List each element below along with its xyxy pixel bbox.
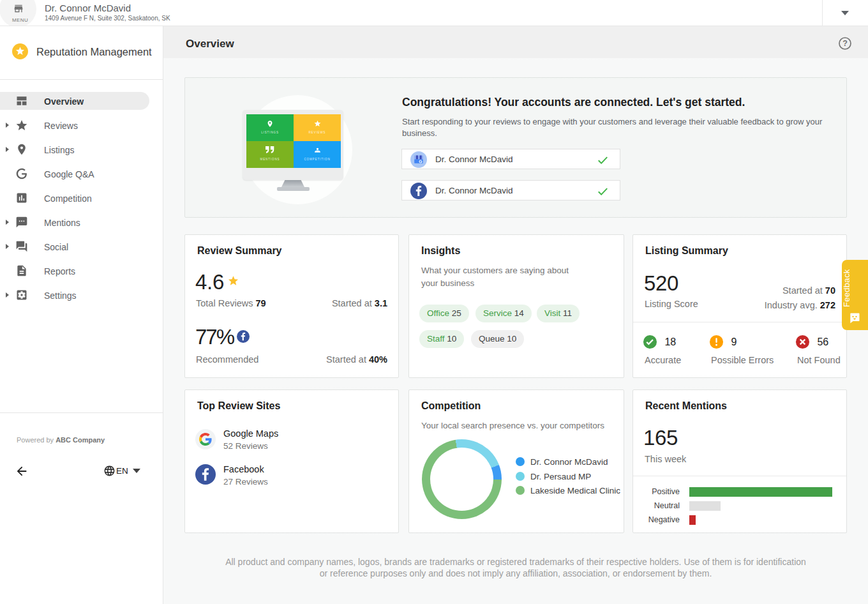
svg-text:?: ? [842,39,848,48]
